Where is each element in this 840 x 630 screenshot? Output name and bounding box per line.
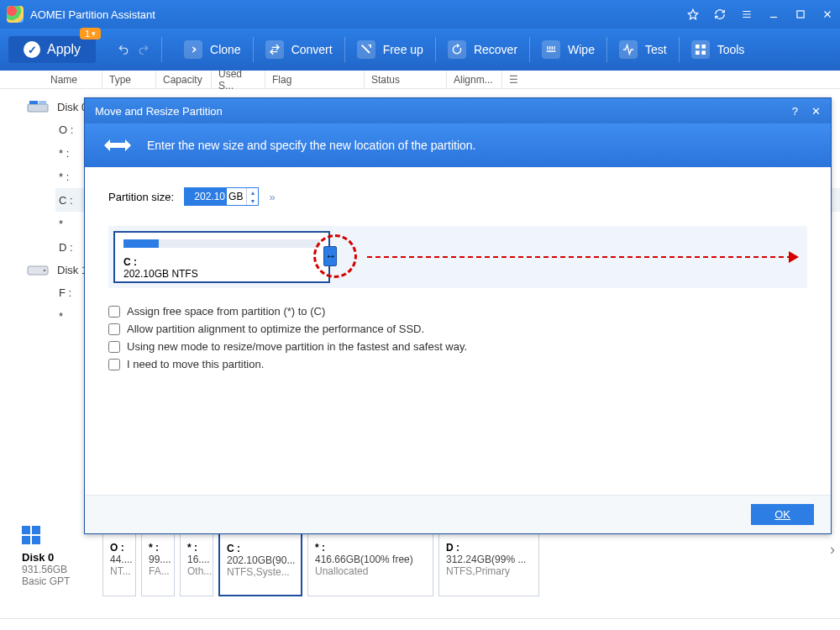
app-logo-icon [7, 6, 24, 23]
col-flag[interactable]: Flag [265, 71, 365, 88]
partition-size-label: Partition size: [108, 191, 174, 203]
col-used[interactable]: Used S... [212, 71, 265, 88]
dialog-banner-text: Enter the new size and specify the new l… [147, 139, 475, 152]
toolbar-test[interactable]: Test [609, 37, 677, 62]
resize-dialog: Move and Resize Partition ? ✕ Enter the … [84, 97, 832, 534]
clone-icon [184, 40, 202, 59]
dialog-options: Assign free space from partition (*) to … [108, 305, 807, 370]
svg-rect-4 [701, 50, 706, 55]
test-icon [619, 40, 638, 59]
instruction-arrow-head [789, 251, 799, 263]
disk-drive-icon [27, 263, 49, 276]
columns-config-icon[interactable]: ☰ [502, 71, 522, 88]
disk-icon [22, 526, 89, 544]
recover-icon [448, 40, 466, 59]
col-type[interactable]: Type [102, 71, 156, 88]
column-headers: Name Type Capacity Used S... Flag Status… [0, 71, 840, 89]
toolbar-free-up[interactable]: Free up [347, 37, 433, 62]
toolbar-wipe[interactable]: Wipe [532, 37, 605, 62]
spin-up-icon[interactable]: ▲ [247, 188, 258, 197]
option-check-0[interactable]: Assign free space from partition (*) to … [108, 305, 807, 318]
slider-part-info: 202.10GB NTFS [123, 268, 320, 280]
option-check-2[interactable]: Using new mode to resize/move partition … [108, 340, 807, 353]
advanced-toggle-icon[interactable]: » [269, 191, 272, 203]
disk-summary-size: 931.56GB [22, 564, 89, 575]
svg-rect-2 [701, 45, 706, 49]
col-status[interactable]: Status [365, 71, 447, 88]
disk-summary-title: Disk 0 [22, 551, 89, 564]
option-checkbox[interactable] [108, 359, 120, 370]
tools-icon [691, 40, 710, 59]
apply-label: Apply [47, 42, 81, 57]
dialog-help-icon[interactable]: ? [792, 105, 798, 118]
redo-icon[interactable] [138, 44, 150, 55]
apply-pending-badge[interactable]: 1 [80, 28, 101, 39]
ok-button[interactable]: OK [751, 504, 814, 525]
disk-summary: Disk 0 931.56GB Basic GPT [13, 507, 94, 617]
partition-size-input[interactable] [185, 188, 227, 205]
dialog-close-icon[interactable]: ✕ [811, 105, 821, 118]
disk-summary-scheme: Basic GPT [22, 575, 89, 587]
toolbar-tools[interactable]: Tools [681, 37, 755, 62]
instruction-arrow-line [367, 256, 792, 258]
slider-current-partition: C : 202.10GB NTFS [113, 231, 330, 283]
apply-check-icon: ✓ [24, 41, 40, 58]
partition-size-unit: GB [227, 191, 246, 202]
main-toolbar: ✓ Apply 1 CloneConvertFree upRecoverWipe… [0, 29, 840, 71]
svg-rect-7 [39, 101, 46, 104]
apply-button[interactable]: ✓ Apply 1 [8, 36, 96, 63]
toolbar-clone[interactable]: Clone [174, 37, 251, 62]
svg-point-9 [44, 270, 46, 272]
wipe-icon [542, 40, 560, 59]
disk-drive-icon [27, 100, 49, 113]
partition-slider[interactable]: C : 202.10GB NTFS ↔ [108, 226, 807, 288]
partition-size-spinner[interactable]: GB ▲▼ [184, 187, 259, 206]
svg-rect-1 [696, 45, 700, 49]
option-check-3[interactable]: I need to move this partition. [108, 358, 807, 370]
maximize-icon[interactable] [795, 8, 806, 20]
spin-down-icon[interactable]: ▼ [247, 197, 258, 205]
dialog-titlebar: Move and Resize Partition ? ✕ [85, 98, 831, 123]
dialog-footer: OK [85, 495, 831, 533]
main-titlebar: AOMEI Partition Assistant [0, 0, 840, 29]
dialog-banner: Enter the new size and specify the new l… [85, 123, 831, 167]
close-icon[interactable] [822, 8, 833, 20]
col-align[interactable]: Alignm... [447, 71, 502, 88]
toolbar-recover[interactable]: Recover [438, 37, 528, 62]
svg-rect-3 [696, 50, 700, 55]
option-checkbox[interactable] [108, 306, 120, 318]
resize-arrows-icon [103, 136, 132, 155]
scroll-right-icon[interactable]: › [830, 541, 835, 559]
slider-drag-handle[interactable] [323, 246, 337, 266]
star-icon[interactable] [687, 8, 699, 20]
undo-icon[interactable] [118, 44, 129, 55]
toolbar-convert[interactable]: Convert [255, 37, 343, 62]
slider-part-label: C : [123, 256, 320, 268]
col-capacity[interactable]: Capacity [156, 71, 212, 88]
status-bar [0, 618, 840, 630]
convert-icon [265, 40, 284, 59]
option-checkbox[interactable] [108, 323, 120, 335]
menu-icon[interactable] [741, 8, 753, 20]
svg-rect-0 [797, 11, 804, 18]
svg-rect-6 [29, 101, 38, 104]
free-up-icon [357, 40, 375, 59]
svg-rect-5 [28, 104, 48, 112]
refresh-icon[interactable] [714, 8, 726, 20]
dialog-title: Move and Resize Partition [95, 105, 223, 118]
option-checkbox[interactable] [108, 341, 120, 353]
col-name[interactable]: Name [44, 71, 102, 88]
minimize-icon[interactable] [768, 8, 780, 20]
app-title: AOMEI Partition Assistant [30, 8, 155, 21]
option-check-1[interactable]: Allow partition alignment to optimize th… [108, 323, 807, 335]
